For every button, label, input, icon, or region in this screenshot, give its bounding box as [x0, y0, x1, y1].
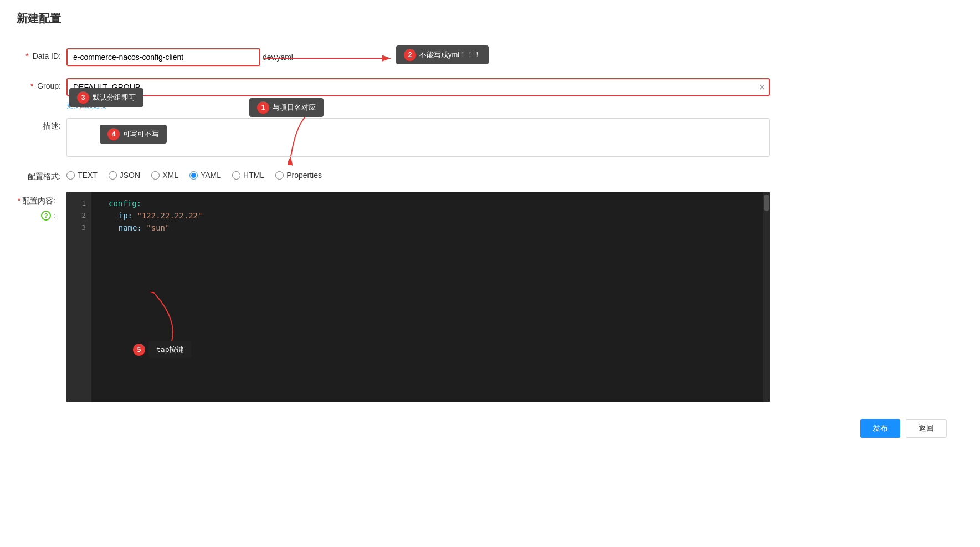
- desc-label: 描述:: [17, 118, 66, 131]
- group-label: * Group:: [17, 78, 66, 90]
- footer-buttons: 发布 返回: [17, 408, 963, 449]
- format-text[interactable]: TEXT: [66, 171, 98, 180]
- radio-properties[interactable]: [275, 171, 284, 180]
- format-row: 配置格式: TEXT JSON XML YAML: [17, 168, 963, 182]
- arrow-5: [144, 292, 188, 347]
- more-options-row: 更多高级选项: [66, 100, 963, 110]
- format-properties[interactable]: Properties: [275, 171, 322, 180]
- tooltip-5-wrapper: 5 tap按键: [133, 341, 191, 358]
- radio-yaml[interactable]: [189, 171, 198, 180]
- scrollbar-track[interactable]: [763, 192, 770, 402]
- data-id-input[interactable]: [66, 48, 260, 66]
- code-content: config: ip: "122.22.22.22" name: "sun": [91, 192, 770, 239]
- data-id-row: * Data ID: dev.yaml: [17, 48, 963, 66]
- required-star-1: *: [25, 52, 28, 60]
- circle-3: 3: [77, 91, 89, 104]
- format-yaml[interactable]: YAML: [189, 171, 221, 180]
- required-star-2: *: [30, 81, 33, 90]
- radio-json[interactable]: [109, 171, 117, 180]
- group-clear-button[interactable]: ✕: [758, 82, 766, 93]
- tooltip-5-bubble: tap按键: [148, 341, 191, 358]
- code-line-3: name: "sun": [100, 222, 762, 234]
- tooltip-1: 1 与项目名对应: [249, 98, 324, 117]
- arrow-2: [263, 53, 396, 69]
- line-num-2: 2: [66, 209, 86, 222]
- group-row: * Group: ✕: [17, 78, 963, 96]
- content-section: * 配置内容: ? : 1 2 3 config: ip: "122.22.22: [17, 192, 963, 402]
- format-radio-group: TEXT JSON XML YAML HTML: [66, 171, 322, 180]
- format-label: 配置格式:: [17, 168, 66, 182]
- code-line-2: ip: "122.22.22.22": [100, 209, 762, 222]
- back-button[interactable]: 返回: [906, 419, 947, 438]
- tooltip-2: 2 不能写成yml！！！: [396, 45, 489, 64]
- line-num-1: 1: [66, 197, 86, 209]
- circle-5: 5: [133, 344, 145, 356]
- data-id-label: * Data ID:: [17, 48, 66, 60]
- format-xml[interactable]: XML: [151, 171, 178, 180]
- line-num-3: 3: [66, 222, 86, 234]
- tooltip-3: 3 默认分组即可: [69, 88, 143, 107]
- content-label: 配置内容:: [22, 196, 55, 206]
- radio-html[interactable]: [232, 171, 240, 180]
- circle-1: 1: [257, 101, 269, 114]
- tooltip-4: 4 可写可不写: [100, 125, 167, 144]
- help-icon[interactable]: ?: [41, 211, 51, 221]
- radio-xml[interactable]: [151, 171, 160, 180]
- circle-4: 4: [107, 128, 120, 140]
- scrollbar-thumb[interactable]: [764, 195, 769, 211]
- group-input[interactable]: [66, 78, 770, 96]
- publish-button[interactable]: 发布: [860, 419, 900, 438]
- code-editor[interactable]: 1 2 3 config: ip: "122.22.22.22" name: "…: [66, 192, 770, 402]
- required-star-3: *: [18, 196, 20, 206]
- tooltip-5: 5 tap按键: [133, 341, 191, 358]
- page-title: 新建配置: [17, 11, 963, 32]
- code-gutter: 1 2 3: [66, 192, 91, 402]
- desc-input[interactable]: [66, 118, 770, 157]
- format-html[interactable]: HTML: [232, 171, 264, 180]
- help-colon: :: [53, 211, 55, 220]
- circle-2: 2: [404, 49, 416, 61]
- desc-row: 描述: 4 可写可不写: [17, 118, 963, 159]
- code-line-1: config:: [100, 197, 762, 209]
- radio-text[interactable]: [66, 171, 75, 180]
- format-json[interactable]: JSON: [109, 171, 140, 180]
